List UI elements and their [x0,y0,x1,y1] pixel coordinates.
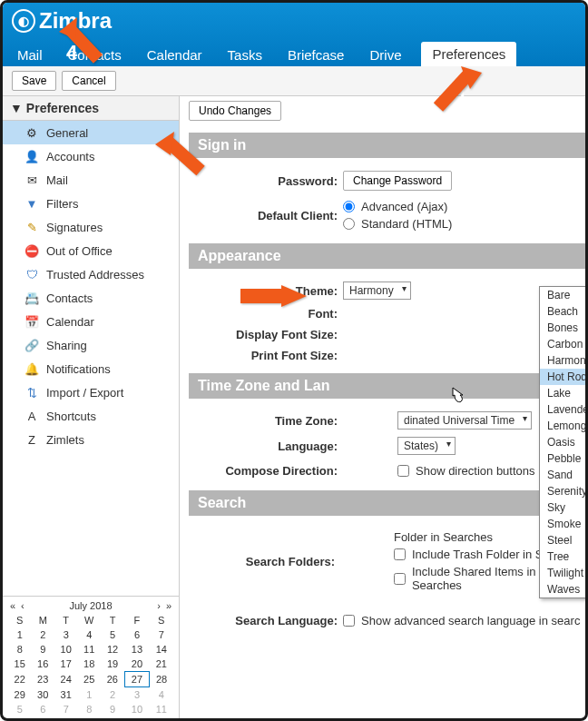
cal-day[interactable]: 9 [101,702,124,716]
cal-day[interactable]: 8 [77,702,100,716]
cal-day[interactable]: 6 [124,627,149,642]
theme-option-beach[interactable]: Beach [540,303,585,320]
cal-day[interactable]: 17 [54,657,77,672]
cal-day[interactable]: 9 [31,642,54,657]
cal-day[interactable]: 26 [101,672,124,687]
cal-day[interactable]: 21 [150,657,173,672]
theme-select[interactable]: Harmony [343,281,411,300]
sidebar-item-import-export[interactable]: ⇅Import / Export [3,380,179,404]
cal-day[interactable]: 5 [8,702,31,716]
cal-day[interactable]: 24 [54,672,77,687]
theme-option-sand[interactable]: Sand [540,467,585,483]
sidebar-item-signatures[interactable]: ✎Signatures [3,215,179,239]
sidebar-item-general[interactable]: ⚙General [3,121,179,144]
cal-day[interactable]: 20 [124,657,149,672]
sidebar-item-out-of-office[interactable]: ⛔Out of Office [3,239,179,262]
adv-search-lang-check[interactable] [343,615,355,627]
cal-day[interactable]: 22 [8,672,31,687]
direction-btns-check[interactable] [397,465,409,477]
sidebar-item-mail[interactable]: ✉Mail [3,168,179,192]
cal-day[interactable]: 2 [31,627,54,642]
theme-option-lake[interactable]: Lake [540,385,585,401]
theme-option-bare[interactable]: Bare [540,287,585,303]
cal-day[interactable]: 30 [31,687,54,703]
cancel-button[interactable]: Cancel [62,71,115,91]
cal-day[interactable]: 23 [31,672,54,687]
tz-select[interactable]: dinated Universal Time [397,411,532,430]
tab-tasks[interactable]: Tasks [222,44,268,66]
cal-day[interactable]: 19 [101,657,124,672]
cal-prev-double[interactable]: « [10,600,15,611]
theme-option-waves[interactable]: Waves [540,581,585,598]
cal-day[interactable]: 10 [54,642,77,657]
trash-check[interactable] [394,548,406,560]
cal-day[interactable]: 1 [8,627,31,642]
lang-select[interactable]: States) [397,437,456,455]
cal-day[interactable]: 31 [54,687,77,703]
tab-drive[interactable]: Drive [364,44,407,66]
sidebar-item-zimlets[interactable]: ZZimlets [3,428,179,451]
cal-day[interactable]: 7 [150,627,173,642]
cal-day[interactable]: 15 [8,657,31,672]
theme-option-hot-rod[interactable]: Hot Rod [540,369,585,385]
cal-day[interactable]: 11 [150,702,173,716]
theme-option-oasis[interactable]: Oasis [540,434,585,450]
theme-option-twilight[interactable]: Twilight [540,565,585,581]
cal-day[interactable]: 25 [77,672,100,687]
cal-day[interactable]: 29 [8,687,31,703]
theme-option-steel[interactable]: Steel [540,532,585,548]
theme-option-lavender[interactable]: Lavender [540,401,585,418]
theme-option-tree[interactable]: Tree [540,548,585,565]
cal-day[interactable]: 3 [54,627,77,642]
sidebar-item-calendar[interactable]: 📅Calendar [3,310,179,333]
theme-option-serenity[interactable]: Serenity [540,483,585,499]
cal-day[interactable]: 10 [124,702,149,716]
theme-option-pebble[interactable]: Pebble [540,450,585,467]
theme-option-sky[interactable]: Sky [540,499,585,516]
cal-next-double[interactable]: » [166,600,172,611]
sidebar-item-filters[interactable]: ▼Filters [3,192,179,215]
undo-changes-button[interactable]: Undo Changes [189,101,281,121]
tab-preferences[interactable]: Preferences [421,42,516,66]
cal-next[interactable]: › [157,600,161,611]
cal-day[interactable]: 5 [101,627,124,642]
sidebar-item-contacts[interactable]: 📇Contacts [3,286,179,310]
cal-day[interactable]: 4 [77,627,100,642]
cal-prev[interactable]: ‹ [21,600,24,611]
cal-day[interactable]: 11 [77,642,100,657]
client-advanced-radio[interactable] [343,201,355,212]
theme-option-carbon[interactable]: Carbon [540,336,585,352]
theme-option-harmony[interactable]: Harmony [540,352,585,369]
sidebar-item-notifications[interactable]: 🔔Notifications [3,357,179,380]
cal-day[interactable]: 1 [77,687,100,703]
client-standard-radio[interactable] [343,218,355,230]
cal-day[interactable]: 8 [8,642,31,657]
cal-day[interactable]: 3 [124,687,149,703]
cal-day[interactable]: 7 [54,702,77,716]
sidebar-item-shortcuts[interactable]: AShortcuts [3,404,179,428]
theme-option-bones[interactable]: Bones [540,320,585,336]
shared-check[interactable] [394,573,406,585]
cal-day[interactable]: 27 [124,672,149,687]
tab-calendar[interactable]: Calendar [142,44,208,66]
cal-day[interactable]: 18 [77,657,100,672]
cal-day[interactable]: 4 [150,687,173,703]
sidebar-item-trusted-addresses[interactable]: 🛡Trusted Addresses [3,262,179,286]
cal-day[interactable]: 16 [31,657,54,672]
theme-option-lemongrass[interactable]: Lemongrass [540,418,585,434]
tab-mail[interactable]: Mail [12,44,48,66]
tab-briefcase[interactable]: Briefcase [282,44,350,66]
save-button[interactable]: Save [12,71,56,91]
change-password-button[interactable]: Change Password [343,171,452,191]
cal-day[interactable]: 2 [101,687,124,703]
sidebar-item-sharing[interactable]: 🔗Sharing [3,333,179,357]
cal-day[interactable]: 14 [150,642,173,657]
theme-dropdown[interactable]: BareBeachBonesCarbonHarmonyHot RodLakeLa… [539,286,585,598]
cal-day[interactable]: 6 [31,702,54,716]
theme-option-smoke[interactable]: Smoke [540,516,585,532]
sidebar-item-accounts[interactable]: 👤Accounts [3,144,179,168]
cal-day[interactable]: 12 [101,642,124,657]
sidebar-header[interactable]: ▼ Preferences [3,96,179,121]
cal-day[interactable]: 28 [150,672,173,687]
cal-day[interactable]: 13 [124,642,149,657]
